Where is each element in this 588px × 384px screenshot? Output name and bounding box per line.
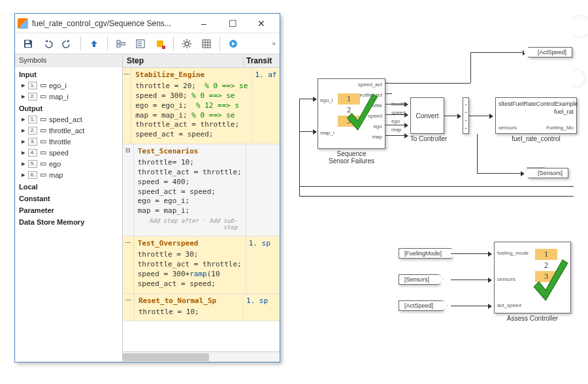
block-to-controller[interactable]: Convert throttle speed ego map [410, 97, 444, 134]
step-transition[interactable] [246, 144, 280, 236]
cat-output: Output [15, 102, 122, 114]
block-bus-creator[interactable] [463, 97, 469, 134]
symbols-list[interactable]: Input ▸ 1. ▭ ego_i ▸ 2. ▭ map_i Output ▸… [15, 67, 122, 362]
svg-rect-4 [122, 42, 125, 45]
run-icon[interactable] [224, 35, 242, 52]
svg-rect-0 [25, 40, 29, 43]
signal-line [477, 134, 478, 173]
grid-icon[interactable] [197, 35, 216, 52]
svg-rect-1 [25, 44, 31, 47]
signal-line [385, 125, 408, 125]
sym-map_i[interactable]: ▸ 2. ▭ map_i [15, 91, 122, 102]
block-assess-controller[interactable]: fueling_mode sensors act_speed 123 [494, 242, 571, 313]
minimize-button[interactable]: – [189, 14, 218, 33]
step-test-overspeed[interactable]: — Test_Overspeed throttle = 30; throttle… [123, 236, 280, 293]
signal-line [469, 116, 493, 116]
signal-line [299, 99, 316, 99]
check-icon [531, 257, 571, 312]
editor-body: Symbols Input ▸ 1. ▭ ego_i ▸ 2. ▭ map_i … [15, 54, 280, 362]
col-transition: Transit [243, 54, 280, 67]
signal-line [385, 83, 470, 84]
goto-actspeed[interactable]: [ActSpeed] [528, 47, 572, 57]
go-up-icon[interactable] [85, 35, 103, 52]
close-button[interactable]: ✕ [247, 14, 276, 33]
sym-ego_i[interactable]: ▸ 1. ▭ ego_i [15, 80, 122, 91]
overflow-chevron-icon[interactable]: » [272, 40, 276, 47]
iobox-icon: ▭ [40, 159, 46, 168]
step-code: throttle = 10; [139, 308, 239, 317]
svg-rect-3 [117, 44, 120, 47]
col-step: Step [123, 54, 243, 67]
save-icon[interactable] [19, 35, 37, 52]
sequence-editor-window: fuel_rate_control_cgv/Sequence Sens... –… [14, 13, 280, 362]
sym-speed[interactable]: ▸ 4. ▭ speed [15, 147, 122, 158]
symbols-icon[interactable] [131, 35, 150, 52]
symbols-title: Symbols [15, 54, 122, 67]
signal-line [477, 52, 526, 53]
step-stabilize-engine[interactable]: — Stabilize_Engine throttle = 20; % 0 ==… [123, 68, 280, 144]
signal-line [299, 186, 574, 187]
svg-rect-2 [117, 40, 120, 43]
svg-rect-7 [162, 46, 165, 49]
from-fuelingmode[interactable]: [FuelingMode] [399, 248, 451, 259]
step-reset-normal[interactable]: — Reset_to_Normal_Sp throttle = 10; 1. s… [123, 294, 280, 322]
add-step-hint[interactable]: Add step after · Add sub-step [138, 216, 242, 232]
block-fuel-rate-control[interactable]: sltestFuelRateControlExample fuel_rat se… [495, 97, 577, 134]
step-gutter-icon: — [123, 68, 131, 144]
undo-icon[interactable] [39, 35, 57, 52]
cat-parameter: Parameter [15, 204, 122, 216]
horizontal-scrollbar[interactable] [123, 351, 280, 362]
model-diagram: [ActSpeed] speed_act throttle_act thrott… [294, 36, 578, 356]
signal-line [299, 99, 300, 197]
signal-line [451, 280, 491, 280]
step-transition[interactable]: 1. sp [243, 294, 280, 321]
check-icon [344, 89, 380, 142]
step-code: throttle= 10; throttle_act = throttle; s… [138, 158, 242, 216]
signal-line [299, 131, 316, 132]
from-sensors[interactable]: [Sensors] [399, 274, 439, 285]
iobox-icon: ▭ [40, 148, 46, 157]
highlight-icon[interactable] [151, 35, 169, 52]
step-code: throttle = 30; throttle_act = throttle; … [138, 250, 242, 289]
goto-sensors[interactable]: [Sensors] [528, 168, 568, 178]
sym-ego[interactable]: ▸ 5. ▭ ego [15, 158, 122, 169]
signal-line [451, 253, 491, 254]
block-label: Assess Controller [494, 315, 571, 322]
block-label: To Controller [404, 135, 453, 142]
from-actspeed[interactable]: [ActSpeed] [399, 300, 443, 311]
redo-icon[interactable] [58, 35, 76, 52]
svg-point-8 [185, 42, 189, 46]
sym-throttle_act[interactable]: ▸ 2. ▭ throttle_act [15, 125, 122, 136]
steps-scroll[interactable]: — Stabilize_Engine throttle = 20; % 0 ==… [123, 68, 280, 351]
block-label: SequenceSensor Failures [318, 150, 385, 165]
iobox-icon: ▭ [40, 126, 46, 135]
cat-constant: Constant [15, 192, 122, 204]
block-sequence-sensor-failures[interactable]: speed_act throttle_act throttle speed eg… [318, 78, 385, 149]
torn-edge-right [574, 0, 588, 384]
gear-icon[interactable] [178, 35, 196, 52]
signal-line [299, 196, 574, 197]
signal-line [451, 306, 491, 306]
collapse-icon[interactable]: ⊟ [123, 144, 134, 236]
sym-speed_act[interactable]: ▸ 1. ▭ speed_act [15, 114, 122, 125]
toolbar: » [15, 33, 280, 54]
step-test-scenarios[interactable]: ⊟ Test_Scenarios throttle= 10; throttle_… [123, 144, 280, 236]
app-icon [18, 18, 28, 29]
svg-rect-9 [203, 40, 210, 48]
signal-line [470, 52, 477, 53]
window-buttons: – ☐ ✕ [189, 14, 276, 33]
inputs-icon[interactable] [112, 35, 130, 52]
symbols-pane: Symbols Input ▸ 1. ▭ ego_i ▸ 2. ▭ map_i … [15, 54, 123, 362]
sym-map[interactable]: ▸ 6. ▭ map [15, 169, 122, 180]
signal-line [477, 173, 524, 174]
step-transition[interactable]: 1. af [252, 68, 280, 144]
step-transition[interactable]: 1. sp [246, 236, 280, 293]
iobox-icon: ▭ [40, 137, 46, 146]
iobox-icon: ▭ [40, 115, 46, 123]
sym-throttle[interactable]: ▸ 3. ▭ throttle [15, 136, 122, 147]
iobox-icon: ▭ [40, 170, 46, 179]
maximize-button[interactable]: ☐ [218, 14, 247, 33]
cat-dsm: Data Store Memory [15, 216, 122, 227]
signal-line [470, 52, 471, 83]
step-gutter-icon: — [123, 236, 134, 293]
